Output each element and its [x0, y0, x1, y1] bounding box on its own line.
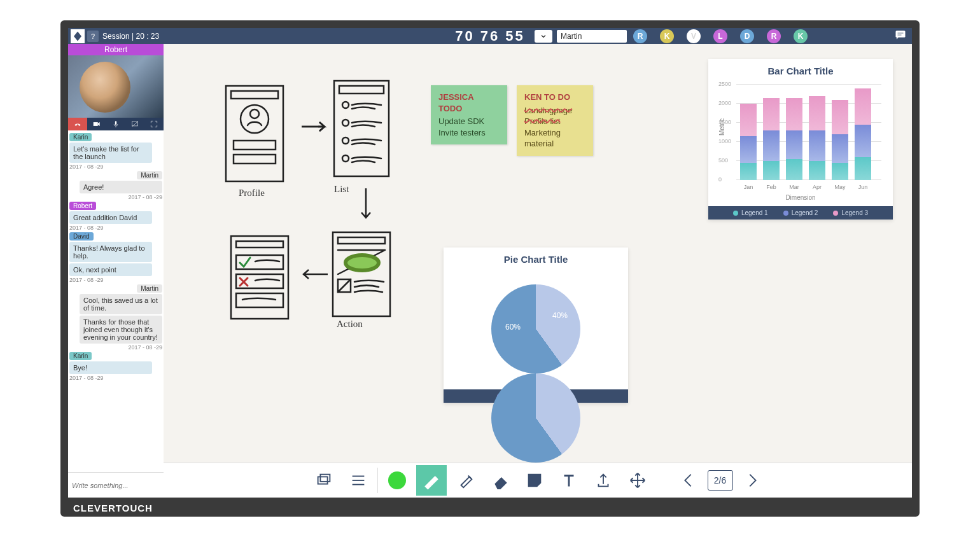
bar-chart-xlabel: Dimension	[708, 192, 893, 206]
prev-page[interactable]	[673, 465, 704, 496]
svg-rect-14	[334, 81, 389, 176]
chat-composer	[68, 472, 164, 498]
arrow-left-icon	[297, 267, 329, 284]
pie-slice-label: 40%	[552, 311, 568, 320]
sticky-note-yellow[interactable]: KEN TO DO Landingpage Profile list Marke…	[517, 85, 593, 156]
arrow-down-icon	[358, 187, 374, 228]
sidebar: Robert KarinLet's make the list for the …	[68, 44, 164, 498]
mic-button[interactable]	[106, 118, 125, 130]
chat-input[interactable]	[68, 473, 164, 498]
svg-point-11	[250, 109, 259, 118]
chat-message: MartinAgree!2017 - 08 -29	[69, 171, 162, 200]
session-label: Session | 20 : 23	[102, 32, 159, 41]
sketch-checklist	[227, 232, 297, 328]
page-indicator[interactable]: 2/6	[708, 470, 733, 491]
pie-chart	[491, 284, 580, 373]
svg-rect-1	[896, 31, 906, 38]
text-tool[interactable]	[554, 465, 584, 496]
brand-label: CLEVERTOUCH	[73, 503, 153, 513]
sketch-label-list: List	[334, 184, 349, 195]
chat-message: Thanks for those that joined even though…	[69, 316, 162, 351]
move-tool[interactable]	[622, 465, 653, 496]
chat-panel: KarinLet's make the list for the launch2…	[68, 130, 164, 472]
sketch-list	[330, 77, 400, 185]
chat-message: Ok, next point2017 - 08 -29	[69, 263, 162, 283]
svg-rect-28	[236, 293, 283, 307]
pie-chart-title: Pie Chart Title	[444, 248, 628, 268]
participant-badge[interactable]: R	[767, 29, 781, 43]
whiteboard-canvas[interactable]: Profile	[164, 44, 912, 463]
svg-point-22	[346, 255, 379, 270]
bar-chart-legend: Legend 1 Legend 2 Legend 3	[708, 206, 893, 220]
help-button[interactable]: ?	[87, 31, 99, 42]
eraser-tool[interactable]	[485, 465, 515, 496]
svg-marker-0	[74, 31, 81, 41]
participant-list: RKVLDRK	[633, 29, 808, 43]
svg-point-19	[342, 155, 349, 162]
pie-slice-label: 60%	[505, 323, 521, 331]
menu-tool[interactable]	[343, 465, 374, 496]
participant-badge[interactable]: K	[660, 29, 674, 43]
share-tool[interactable]	[588, 465, 619, 496]
svg-rect-21	[338, 237, 385, 244]
arrow-right-icon	[300, 119, 332, 137]
screen-share-button[interactable]	[125, 118, 144, 130]
svg-point-18	[342, 137, 349, 144]
svg-rect-30	[320, 475, 330, 482]
sticky-tool[interactable]	[519, 465, 550, 496]
sketch-profile	[221, 82, 297, 190]
svg-rect-29	[318, 477, 327, 484]
cards-tool[interactable]	[309, 465, 339, 496]
topbar: ? Session | 20 : 23 70 76 55 Martin RKVL…	[68, 28, 912, 44]
bar-column: Jun	[855, 88, 871, 180]
chat-message: DavidThanks! Always glad to help.	[69, 232, 162, 262]
participant-badge[interactable]: L	[713, 29, 727, 43]
participant-badge[interactable]: D	[740, 29, 754, 43]
sketch-action	[329, 228, 399, 324]
presenter-name[interactable]: Martin	[557, 30, 627, 43]
timer-dropdown[interactable]	[535, 30, 552, 43]
color-picker[interactable]	[382, 465, 412, 496]
participant-badge[interactable]: V	[687, 29, 701, 43]
video-participant-name: Robert	[68, 44, 164, 55]
chat-message: KarinLet's make the list for the launch2…	[69, 133, 162, 170]
svg-rect-20	[333, 232, 390, 316]
pie-chart-card[interactable]: Pie Chart Title 60% 40% Situation Invers…	[444, 248, 628, 403]
bar-column: Jan	[740, 104, 757, 180]
participant-badge[interactable]: K	[794, 29, 808, 43]
svg-rect-4	[94, 122, 98, 126]
next-page[interactable]	[737, 465, 767, 496]
pen-tool[interactable]	[416, 465, 447, 496]
svg-rect-25	[236, 241, 283, 248]
bar-column: Feb	[763, 98, 780, 180]
svg-rect-13	[234, 155, 276, 164]
chat-message: KarinBye!2017 - 08 -29	[69, 352, 162, 381]
app-logo[interactable]	[71, 29, 85, 43]
fullscreen-button[interactable]	[144, 118, 164, 130]
bar-column: Mar	[786, 98, 802, 180]
camera-button[interactable]	[87, 118, 106, 130]
svg-point-16	[342, 102, 349, 108]
chat-message: RobertGreat addition David2017 - 08 -29	[69, 202, 162, 231]
chat-message: MartinCool, this saved us a lot of time.	[69, 284, 162, 314]
bar-column: May	[832, 100, 848, 180]
session-timer: 70 76 55	[455, 28, 525, 45]
bar-chart-card[interactable]: Bar Chart Title Metric 05001000150020002…	[708, 59, 893, 220]
svg-point-17	[342, 120, 349, 126]
highlighter-tool[interactable]	[451, 465, 481, 496]
bottom-toolbar: 2/6	[164, 463, 912, 498]
bar-column: Apr	[809, 96, 825, 180]
sketch-label-action: Action	[337, 319, 363, 330]
hangup-button[interactable]	[68, 118, 87, 130]
svg-rect-12	[234, 141, 276, 150]
participant-badge[interactable]: R	[633, 29, 647, 43]
svg-rect-15	[339, 86, 384, 94]
sketch-label-profile: Profile	[239, 188, 265, 199]
sticky-note-green[interactable]: JESSICA TODO Update SDK Invite testers	[431, 85, 507, 144]
svg-rect-9	[231, 91, 278, 99]
bar-chart-title: Bar Chart Title	[708, 59, 893, 80]
svg-rect-5	[115, 121, 116, 125]
chat-toggle-icon[interactable]	[894, 29, 907, 43]
call-controls	[68, 118, 164, 130]
video-feed[interactable]	[68, 55, 164, 118]
